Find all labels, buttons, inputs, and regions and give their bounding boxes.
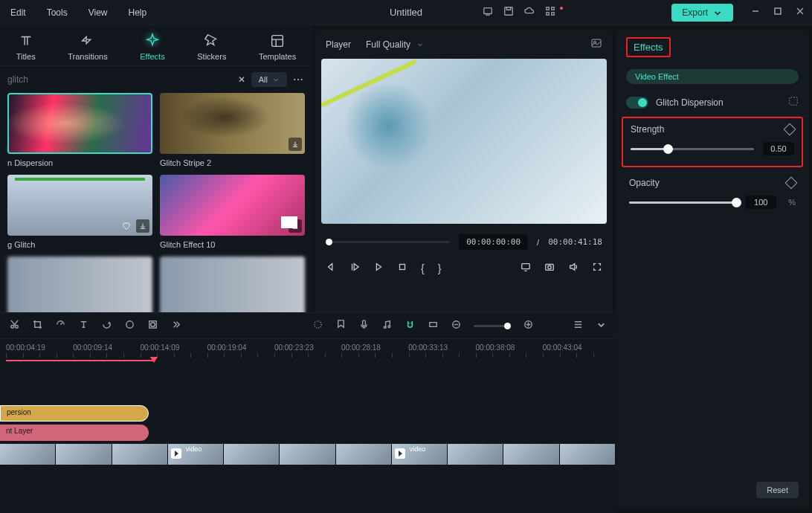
crop-icon[interactable] [32, 319, 43, 332]
export-button[interactable]: Export [671, 4, 733, 22]
mark-in-icon[interactable]: { [421, 262, 425, 274]
menu-view[interactable]: View [78, 7, 118, 18]
nav-titles[interactable]: Titles [16, 33, 36, 61]
zoom-in-icon[interactable] [523, 319, 534, 332]
music-icon[interactable] [381, 319, 393, 332]
svg-rect-4 [547, 13, 550, 16]
properties-panel: Effects Video Effect Glitch Dispersion S… [616, 30, 809, 509]
timeline-panel: 00:00:04:19 00:00:09:14 00:00:14:09 00:0… [0, 312, 616, 513]
effect-thumbnail [160, 175, 305, 236]
favorite-icon[interactable] [120, 219, 133, 233]
volume-icon[interactable] [568, 262, 579, 274]
effect-thumbnail [7, 93, 152, 154]
playhead[interactable] [6, 360, 155, 361]
opacity-unit: % [788, 198, 796, 207]
track-chevron-icon[interactable] [596, 319, 607, 332]
menu-help[interactable]: Help [118, 7, 158, 18]
rotate-icon[interactable] [101, 319, 112, 332]
apps-icon[interactable] [545, 6, 555, 19]
timeline-ruler[interactable]: 00:00:04:19 00:00:09:14 00:00:14:09 00:0… [0, 339, 616, 353]
filter-all-dropdown[interactable]: All [251, 72, 287, 87]
adjustment-clip[interactable]: nt Layer [0, 425, 149, 441]
search-text[interactable]: glitch [7, 74, 232, 85]
opacity-control: Opacity 100 % [616, 167, 809, 219]
effect-card[interactable] [160, 256, 305, 317]
preview-viewport[interactable] [321, 59, 607, 224]
current-time: 00:00:00:00 [459, 234, 528, 250]
menu-tools[interactable]: Tools [36, 7, 78, 18]
strength-slider[interactable] [631, 148, 754, 150]
svg-point-19 [151, 323, 155, 327]
svg-rect-10 [400, 265, 405, 270]
nav-stickers[interactable]: Stickers [197, 33, 226, 61]
magnet-icon[interactable] [405, 319, 416, 332]
video-effect-pill[interactable]: Video Effect [626, 69, 799, 84]
minimize-button[interactable] [751, 7, 760, 18]
svg-point-15 [11, 325, 14, 328]
effect-card[interactable]: Glitch Stripe 2 [160, 93, 305, 167]
effect-card[interactable]: g Glitch [7, 175, 152, 249]
player-label: Player [326, 39, 351, 50]
color-icon[interactable] [124, 319, 135, 332]
svg-point-17 [126, 321, 133, 328]
quality-dropdown[interactable]: Full Quality [366, 39, 424, 50]
zoom-slider[interactable] [474, 325, 511, 327]
strength-control: Strength 0.50 [622, 117, 803, 167]
effects-tab[interactable]: Effects [626, 37, 671, 57]
download-icon[interactable] [289, 219, 302, 233]
svg-point-23 [388, 326, 390, 328]
speed-icon[interactable] [55, 319, 66, 332]
aspect-icon[interactable] [428, 319, 439, 332]
opacity-value[interactable]: 100 [745, 196, 776, 209]
play-forward-icon[interactable] [373, 262, 384, 274]
close-button[interactable] [796, 7, 805, 18]
svg-rect-2 [547, 7, 550, 10]
effect-card[interactable]: Glitch Effect 10 [160, 175, 305, 249]
marker-icon[interactable] [335, 319, 347, 332]
keyframe-icon[interactable] [784, 123, 796, 136]
maximize-button[interactable] [773, 7, 782, 18]
scrubber[interactable] [326, 241, 450, 243]
stop-icon[interactable] [397, 262, 407, 274]
download-icon[interactable] [289, 138, 302, 151]
render-icon[interactable] [312, 319, 323, 332]
mic-icon[interactable] [358, 319, 370, 332]
strength-value[interactable]: 0.50 [763, 142, 794, 155]
prev-frame-icon[interactable] [326, 262, 336, 274]
svg-point-20 [315, 321, 321, 328]
camera-icon[interactable] [544, 262, 555, 274]
clear-search-icon[interactable]: ✕ [238, 74, 245, 85]
device-icon[interactable] [483, 6, 493, 19]
play-icon[interactable] [349, 262, 360, 274]
more-toolbar-icon[interactable] [170, 319, 181, 332]
keyframe-icon[interactable] [785, 177, 798, 190]
display-icon[interactable] [521, 262, 531, 274]
effect-card[interactable]: n Dispersion [7, 93, 152, 167]
svg-rect-0 [484, 8, 492, 14]
nav-templates[interactable]: Templates [259, 33, 296, 61]
more-options-icon[interactable]: ⋯ [293, 74, 305, 86]
snapshot-icon[interactable] [590, 37, 602, 51]
mask-icon[interactable] [147, 319, 158, 332]
track-options-icon[interactable] [573, 319, 584, 332]
cut-icon[interactable] [9, 319, 20, 332]
fullscreen-icon[interactable] [592, 262, 602, 274]
nav-effects[interactable]: Effects [140, 33, 164, 61]
menu-edit[interactable]: Edit [0, 7, 36, 18]
effect-toggle[interactable] [626, 97, 648, 109]
video-track[interactable]: video video [0, 444, 616, 465]
nav-transitions[interactable]: Transitions [68, 33, 107, 61]
download-icon[interactable] [136, 219, 149, 233]
effect-card[interactable] [7, 256, 152, 317]
cloud-icon[interactable] [524, 6, 535, 19]
effect-thumbnail [160, 93, 305, 154]
opacity-slider[interactable] [629, 201, 736, 204]
effect-settings-icon[interactable] [788, 96, 799, 109]
effect-clip[interactable]: persion [0, 405, 149, 422]
mark-out-icon[interactable]: } [438, 262, 442, 274]
text-icon[interactable] [78, 319, 89, 332]
svg-rect-5 [552, 13, 555, 16]
save-icon[interactable] [503, 6, 514, 19]
reset-button[interactable]: Reset [756, 482, 799, 498]
zoom-out-icon[interactable] [451, 319, 462, 332]
